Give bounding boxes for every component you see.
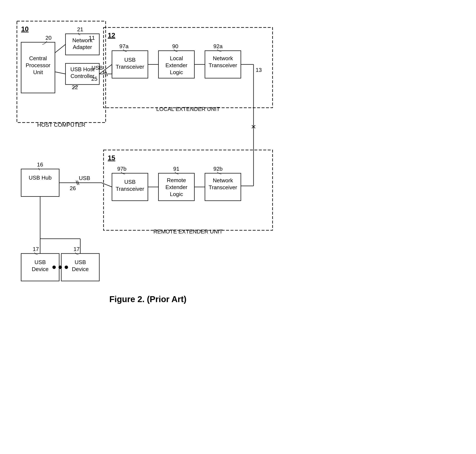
wire-ref-26: 26	[70, 185, 76, 191]
local-extender-logic-label-3: Logic	[170, 69, 183, 76]
remote-extender-label: REMOTE EXTENDER UNIT	[153, 228, 223, 235]
usb-transceiver-remote-ref: 97b	[117, 166, 126, 172]
remote-extender-logic-label-3: Logic	[170, 191, 183, 197]
host-computer-label: HOST COMPUTER	[37, 122, 85, 128]
usb-label-top: USB	[91, 65, 103, 71]
network-transceiver-local-label-2: Transceiver	[209, 62, 237, 68]
svg-line-7	[106, 72, 107, 76]
remote-extender-ref: 15	[108, 154, 115, 162]
dot-2	[59, 265, 62, 269]
usb-host-ref: 22	[72, 84, 78, 91]
network-transceiver-remote-label-2: Transceiver	[209, 184, 237, 190]
remote-extender-logic-ref: 91	[173, 166, 179, 172]
cpu-label-3: Unit	[33, 69, 43, 76]
svg-line-1	[55, 72, 66, 74]
figure-caption: Figure 2. (Prior Art)	[109, 295, 186, 304]
cpu-ref: 20	[45, 35, 52, 41]
usb-host-label-1: USB Host	[70, 66, 95, 72]
dot-3	[65, 265, 68, 269]
usb-host-label-2: Controller	[71, 73, 94, 79]
network-adapter-ref: 21	[77, 26, 83, 32]
usb-device-1-label-1: USB	[34, 259, 46, 265]
local-extender-label: LOCAL EXTENDER UNIT	[156, 106, 220, 112]
usb-hub-ref: 16	[37, 161, 43, 168]
usb-hub-label-1: USB Hub	[29, 174, 52, 181]
network-transceiver-local-ref: 92a	[213, 43, 223, 49]
network-adapter-label-2: Adapter	[73, 44, 92, 50]
usb-device-2-ref: 17	[74, 246, 80, 252]
wire-ref-13: 13	[256, 67, 262, 73]
wire-ref-25: 25	[91, 76, 97, 82]
usb-transceiver-remote-label-2: Transceiver	[116, 186, 144, 192]
svg-line-20	[101, 183, 112, 187]
usb-hub-box	[21, 169, 59, 197]
wire-ref-11: 11	[89, 35, 95, 41]
local-extender-ref: 12	[108, 31, 115, 39]
usb-transceiver-local-label-1: USB	[124, 57, 136, 63]
local-extender-logic-ref: 90	[172, 43, 178, 49]
network-transceiver-remote-label-1: Network	[213, 177, 233, 184]
svg-line-0	[55, 44, 66, 53]
usb-label-bottom: USB	[79, 175, 90, 181]
usb-device-2-label-2: Device	[72, 266, 89, 272]
dot-1	[53, 265, 56, 269]
usb-device-2-label-1: USB	[75, 259, 86, 265]
remote-extender-logic-label-2: Extender	[166, 184, 187, 190]
local-extender-logic-label-2: Extender	[166, 62, 187, 68]
network-transceiver-local-label-1: Network	[213, 55, 233, 61]
diagram: 10 HOST COMPUTER Central Processor Unit …	[0, 0, 476, 454]
usb-device-1-ref: 17	[33, 246, 39, 252]
cpu-label-2: Processor	[26, 62, 50, 68]
usb-transceiver-local-label-2: Transceiver	[116, 64, 144, 70]
usb-transceiver-local-ref: 97a	[119, 43, 129, 49]
host-computer-ref: 10	[21, 25, 29, 33]
usb-device-1-label-2: Device	[32, 266, 48, 272]
usb-transceiver-remote-label-1: USB	[124, 179, 136, 185]
network-transceiver-remote-ref: 92b	[213, 166, 222, 172]
cpu-label-1: Central	[29, 55, 47, 61]
local-extender-logic-label-1: Local	[170, 55, 183, 61]
remote-extender-logic-label-1: Remote	[167, 177, 186, 183]
